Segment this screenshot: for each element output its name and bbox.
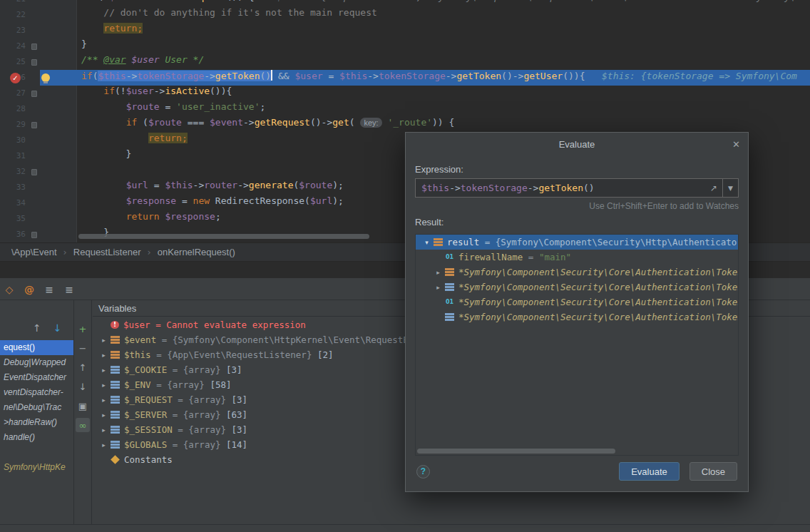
editor-horizontal-scrollbar[interactable] (78, 234, 369, 239)
evaluate-button[interactable]: Evaluate (619, 462, 680, 481)
chevron-icon[interactable]: ▸ (98, 367, 109, 374)
chevron-icon[interactable]: ▸ (98, 397, 109, 404)
help-icon[interactable]: ? (416, 465, 430, 479)
close-button[interactable]: Close (689, 462, 737, 481)
code-line[interactable]: // don't do anything if it's not the mai… (0, 7, 810, 23)
chevron-icon[interactable]: ▸ (433, 269, 444, 276)
code-line[interactable]: if ($route === $event->getRequest()->get… (0, 117, 810, 133)
move-down-icon[interactable]: ↓ (76, 379, 90, 394)
chevron-icon[interactable]: ▾ (421, 239, 432, 246)
object-icon (111, 336, 120, 344)
debug-toolbar: ◇@≡≡ (2, 280, 76, 299)
expression-text: $this->tokenStorage->getToken() (416, 183, 705, 193)
result-row[interactable]: ▾result = {Symfony\Component\Security\Ht… (416, 235, 738, 250)
constants-icon (111, 455, 120, 464)
remove-watch-icon[interactable]: − (76, 341, 90, 355)
result-row[interactable]: *Symfony\Component\Security\Core\Authent… (416, 310, 738, 324)
chevron-icon[interactable]: ▸ (98, 337, 109, 344)
dialog-title-text: Evaluate (559, 139, 595, 150)
frame-row[interactable]: nel\Debug\Trac (0, 400, 73, 415)
close-icon[interactable]: ✕ (732, 133, 740, 157)
result-row[interactable]: ▸*Symfony\Component\Security\Core\Authen… (416, 265, 738, 280)
frame-row[interactable]: Debug|Wrapped (0, 355, 73, 370)
chevron-icon[interactable]: ▸ (98, 382, 109, 389)
frames-toolbar: ↑↓ (33, 322, 61, 334)
code-line[interactable]: $route = 'user_inactive'; (0, 101, 810, 117)
frames-list: equest()Debug|WrappedEventDispatchervent… (0, 340, 73, 475)
at-icon[interactable]: @ (22, 282, 36, 297)
show-watches-icon[interactable]: ∞ (76, 418, 90, 432)
breadcrumb-item[interactable]: \App\Event (11, 247, 57, 257)
result-row[interactable]: 01*Symfony\Component\Security\Core\Authe… (416, 295, 738, 310)
array-icon (111, 381, 120, 389)
code-line[interactable]: if (!$event->isMainRequest()) { $event: … (0, 0, 810, 7)
chevron-icon[interactable]: ▸ (433, 284, 444, 291)
frame-row[interactable]: Symfony\HttpKe (0, 460, 73, 475)
intention-bulb-icon[interactable] (41, 73, 50, 82)
result-horizontal-scrollbar[interactable] (417, 449, 615, 454)
code-line[interactable]: } (0, 39, 810, 54)
previous-frame-icon[interactable]: ↑ (33, 322, 41, 334)
array-icon (111, 426, 120, 434)
expression-label: Expression: (415, 164, 739, 175)
result-label: Result: (415, 217, 739, 227)
array-icon (111, 366, 120, 374)
result-row[interactable]: ▸*Symfony\Component\Security\Core\Authen… (416, 280, 738, 295)
primitive-icon: 01 (445, 298, 454, 306)
chevron-icon[interactable]: ▸ (98, 411, 109, 419)
debug-session-icon[interactable]: ◇ (2, 282, 16, 297)
frames-panel: ↑↓ equest()Debug|WrappedEventDispatcherv… (0, 300, 74, 524)
frame-row[interactable]: handle() (0, 430, 73, 445)
code-line[interactable]: if(!$user->isActive()){ (0, 86, 810, 101)
frame-row[interactable]: >handleRaw() (0, 415, 73, 430)
breadcrumb-item[interactable]: RequestListener (73, 247, 141, 257)
object-icon (111, 351, 120, 359)
array-icon (111, 396, 120, 404)
variables-toolbar: +−↑↓▣∞ (74, 300, 92, 524)
code-line[interactable]: return; (0, 23, 810, 39)
expression-input[interactable]: $this->tokenStorage->getToken() ↗ ▼ (415, 178, 739, 198)
object-icon (445, 268, 454, 276)
listeners-list-icon[interactable]: ≡ (42, 282, 56, 297)
code-line[interactable]: /** @var $user User */ (0, 54, 810, 70)
status-bar (0, 524, 810, 532)
primitive-icon: 01 (445, 253, 454, 261)
array-icon (111, 411, 120, 419)
chevron-icon[interactable]: ▸ (98, 426, 109, 434)
array-icon (445, 313, 454, 321)
move-up-icon[interactable]: ↑ (76, 360, 90, 374)
result-tree: ▾result = {Symfony\Component\Security\Ht… (415, 234, 739, 456)
duplicate-icon[interactable]: ▣ (76, 399, 90, 413)
history-dropdown-icon[interactable]: ▼ (722, 179, 738, 197)
frame-row[interactable]: equest() (0, 340, 73, 355)
evaluate-dialog: Evaluate ✕ Expression: $this->tokenStora… (405, 132, 749, 492)
result-rows: ▾result = {Symfony\Component\Security\Ht… (416, 235, 738, 324)
code-line[interactable]: if($this->tokenStorage->getToken() && $u… (0, 70, 810, 86)
array-icon (445, 283, 454, 291)
chevron-icon[interactable]: ▸ (98, 352, 109, 359)
watches-hint: Use Ctrl+Shift+Enter to add to Watches (415, 201, 739, 211)
array-icon (111, 441, 120, 449)
chevron-icon[interactable]: ▸ (98, 441, 109, 449)
breadcrumb-item[interactable]: onKernelRequest() (158, 247, 235, 257)
add-watch-icon[interactable]: + (76, 322, 90, 336)
result-row[interactable]: 01firewallName = "main" (416, 250, 738, 265)
next-frame-icon[interactable]: ↓ (53, 322, 62, 334)
expand-icon[interactable]: ↗ (705, 183, 722, 193)
dialog-title: Evaluate ✕ (406, 133, 748, 157)
error-icon: ! (111, 321, 119, 329)
breakpoint-icon[interactable]: ✓ (10, 73, 21, 83)
frame-row[interactable]: EventDispatcher (0, 370, 73, 385)
frame-row[interactable]: ventDispatcher- (0, 385, 73, 400)
ide-window: 21222324252627282930313233343536 if (!$e… (0, 0, 810, 532)
add-listener-icon[interactable]: ≡ (62, 282, 76, 297)
dialog-footer: ? Evaluate Close (415, 456, 739, 491)
object-icon (434, 238, 443, 246)
